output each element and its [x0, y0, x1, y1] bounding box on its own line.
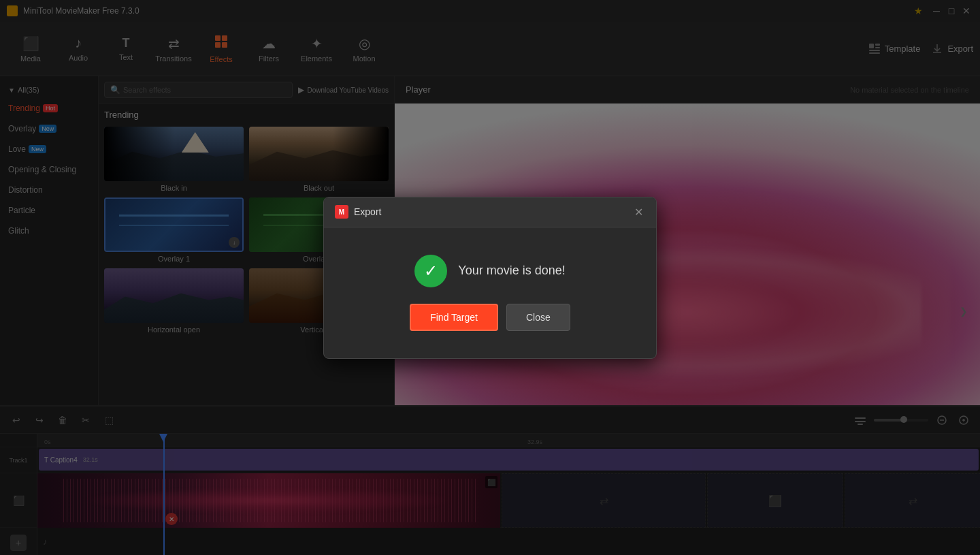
- dialog-logo: M: [335, 205, 348, 219]
- dialog-buttons: Find Target Close: [410, 304, 570, 331]
- checkmark-icon: ✓: [424, 261, 438, 281]
- success-row: ✓ Your movie is done!: [414, 255, 565, 287]
- export-dialog: M Export ✕ ✓ Your movie is done! Find Ta…: [323, 197, 657, 359]
- dialog-body: ✓ Your movie is done! Find Target Close: [324, 227, 656, 358]
- dialog-header: M Export ✕: [324, 197, 656, 227]
- export-dialog-overlay: M Export ✕ ✓ Your movie is done! Find Ta…: [0, 0, 980, 555]
- dialog-close-button[interactable]: ✕: [632, 205, 645, 219]
- success-message: Your movie is done!: [458, 264, 565, 278]
- close-dialog-button[interactable]: Close: [506, 304, 570, 331]
- success-icon: ✓: [414, 255, 447, 287]
- dialog-title: Export: [354, 206, 626, 217]
- find-target-button[interactable]: Find Target: [410, 304, 498, 331]
